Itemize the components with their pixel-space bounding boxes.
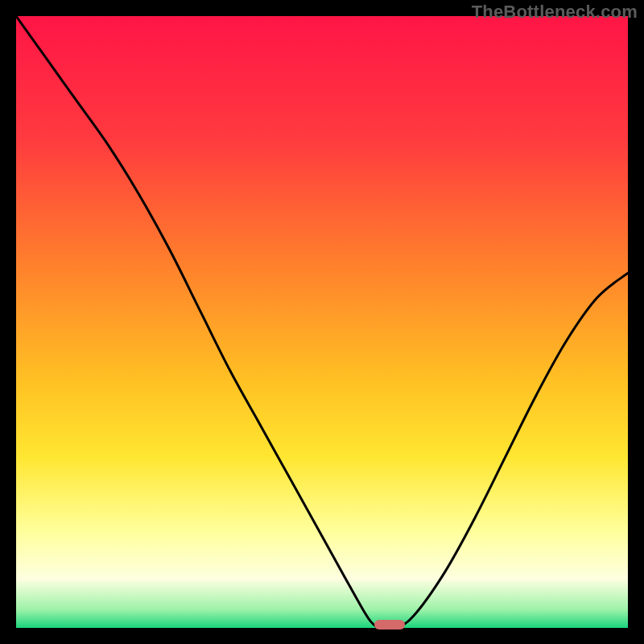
- optimal-marker: [374, 620, 405, 630]
- chart-frame: TheBottleneck.com: [0, 0, 644, 644]
- watermark-text: TheBottleneck.com: [472, 2, 638, 23]
- bottleneck-chart: [16, 16, 628, 628]
